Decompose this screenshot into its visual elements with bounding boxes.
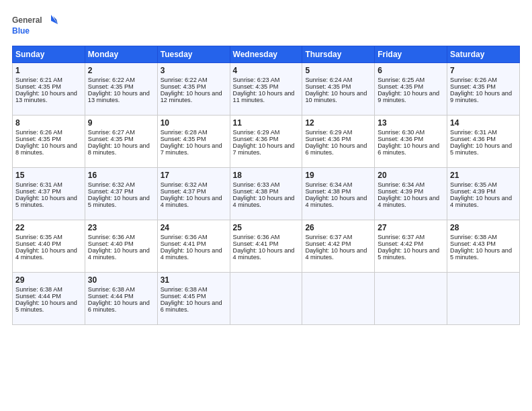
col-header-saturday: Saturday [447,46,520,63]
day-info: Sunset: 4:45 PM [161,293,227,300]
day-number: 26 [305,223,371,232]
day-info: Daylight: 10 hours and 7 minutes. [161,142,227,156]
day-info: Sunset: 4:38 PM [233,188,300,195]
svg-text:General: General [12,15,42,25]
day-number: 17 [161,171,227,180]
day-number: 5 [305,66,371,75]
day-number: 23 [88,223,154,232]
day-number: 8 [15,118,82,128]
calendar-cell: 28Sunrise: 6:38 AMSunset: 4:43 PMDayligh… [447,220,520,273]
day-number: 22 [15,223,82,232]
calendar-cell: 10Sunrise: 6:28 AMSunset: 4:35 PMDayligh… [157,116,230,168]
day-number: 29 [15,275,82,285]
calendar-cell: 21Sunrise: 6:35 AMSunset: 4:39 PMDayligh… [447,168,520,220]
day-info: Sunset: 4:37 PM [161,188,227,195]
day-info: Daylight: 10 hours and 4 minutes. [15,247,82,261]
svg-text:Blue: Blue [12,26,30,36]
calendar-cell: 20Sunrise: 6:34 AMSunset: 4:39 PMDayligh… [375,168,447,220]
calendar-cell: 5Sunrise: 6:24 AMSunset: 4:35 PMDaylight… [302,63,375,116]
day-info: Sunrise: 6:22 AM [161,77,227,83]
day-info: Daylight: 10 hours and 6 minutes. [378,142,444,156]
day-number: 24 [161,223,227,232]
calendar-cell: 7Sunrise: 6:26 AMSunset: 4:35 PMDaylight… [447,63,520,116]
day-info: Sunset: 4:35 PM [378,83,444,90]
day-number: 10 [161,118,227,128]
day-info: Sunrise: 6:24 AM [305,77,371,83]
col-header-monday: Monday [85,46,157,63]
day-info: Daylight: 10 hours and 4 minutes. [450,195,517,208]
day-info: Daylight: 10 hours and 4 minutes. [305,195,371,208]
day-info: Daylight: 10 hours and 11 minutes. [233,90,300,103]
day-info: Daylight: 10 hours and 4 minutes. [378,195,444,208]
day-info: Sunrise: 6:36 AM [233,234,300,240]
day-info: Sunrise: 6:34 AM [305,181,371,188]
calendar-cell: 16Sunrise: 6:32 AMSunset: 4:37 PMDayligh… [85,168,157,220]
day-info: Sunset: 4:35 PM [88,136,154,142]
calendar-cell: 23Sunrise: 6:36 AMSunset: 4:40 PMDayligh… [85,220,157,273]
logo: General Blue [12,12,59,39]
calendar-cell: 27Sunrise: 6:37 AMSunset: 4:42 PMDayligh… [375,220,447,273]
svg-marker-2 [51,15,58,24]
calendar-cell: 3Sunrise: 6:22 AMSunset: 4:35 PMDaylight… [157,63,230,116]
calendar-cell: 31Sunrise: 6:38 AMSunset: 4:45 PMDayligh… [157,273,230,325]
day-info: Daylight: 10 hours and 4 minutes. [233,195,300,208]
day-info: Sunrise: 6:31 AM [450,129,517,136]
day-info: Sunset: 4:37 PM [15,188,82,195]
day-info: Sunset: 4:43 PM [450,240,517,247]
day-info: Sunrise: 6:27 AM [88,129,154,136]
page-header: General Blue [12,12,520,39]
day-number: 21 [450,171,517,180]
day-number: 9 [88,118,154,128]
calendar-cell: 30Sunrise: 6:38 AMSunset: 4:44 PMDayligh… [85,273,157,325]
day-info: Daylight: 10 hours and 5 minutes. [378,247,444,261]
day-info: Sunset: 4:35 PM [161,83,227,90]
day-info: Sunrise: 6:32 AM [161,181,227,188]
day-number: 6 [378,66,444,75]
day-info: Sunset: 4:42 PM [305,240,371,247]
day-info: Sunrise: 6:35 AM [450,181,517,188]
day-info: Sunset: 4:35 PM [15,83,82,90]
day-number: 20 [378,171,444,180]
day-number: 12 [305,118,371,128]
day-info: Daylight: 10 hours and 12 minutes. [161,90,227,103]
day-info: Sunrise: 6:36 AM [161,234,227,240]
day-number: 18 [233,171,300,180]
day-info: Sunset: 4:44 PM [15,293,82,300]
day-info: Sunrise: 6:26 AM [450,77,517,83]
calendar-cell: 29Sunrise: 6:38 AMSunset: 4:44 PMDayligh… [13,273,85,325]
day-number: 27 [378,223,444,232]
day-info: Sunset: 4:38 PM [305,188,371,195]
col-header-sunday: Sunday [13,46,85,63]
calendar-cell: 11Sunrise: 6:29 AMSunset: 4:36 PMDayligh… [230,116,302,168]
day-info: Daylight: 10 hours and 6 minutes. [161,300,227,313]
day-number: 16 [88,171,154,180]
calendar-cell: 2Sunrise: 6:22 AMSunset: 4:35 PMDaylight… [85,63,157,116]
calendar-cell [375,273,447,325]
day-number: 2 [88,66,154,75]
day-info: Daylight: 10 hours and 13 minutes. [15,90,82,103]
day-number: 1 [15,66,82,75]
day-info: Sunset: 4:36 PM [233,136,300,142]
day-info: Daylight: 10 hours and 5 minutes. [450,247,517,261]
day-info: Daylight: 10 hours and 4 minutes. [305,247,371,261]
calendar-cell: 18Sunrise: 6:33 AMSunset: 4:38 PMDayligh… [230,168,302,220]
general-blue-logo: General Blue [12,12,59,39]
calendar-cell: 24Sunrise: 6:36 AMSunset: 4:41 PMDayligh… [157,220,230,273]
calendar-cell [302,273,375,325]
day-info: Daylight: 10 hours and 13 minutes. [88,90,154,103]
day-info: Sunrise: 6:38 AM [450,234,517,240]
day-number: 14 [450,118,517,128]
day-info: Sunset: 4:36 PM [305,136,371,142]
day-info: Sunrise: 6:22 AM [88,77,154,83]
calendar-cell: 19Sunrise: 6:34 AMSunset: 4:38 PMDayligh… [302,168,375,220]
calendar-cell: 15Sunrise: 6:31 AMSunset: 4:37 PMDayligh… [13,168,85,220]
day-info: Sunrise: 6:32 AM [88,181,154,188]
day-info: Daylight: 10 hours and 6 minutes. [88,300,154,313]
day-info: Daylight: 10 hours and 7 minutes. [233,142,300,156]
col-header-wednesday: Wednesday [230,46,302,63]
calendar-cell [230,273,302,325]
day-number: 4 [233,66,300,75]
day-info: Sunset: 4:39 PM [378,188,444,195]
day-info: Daylight: 10 hours and 5 minutes. [15,195,82,208]
day-info: Daylight: 10 hours and 6 minutes. [305,142,371,156]
